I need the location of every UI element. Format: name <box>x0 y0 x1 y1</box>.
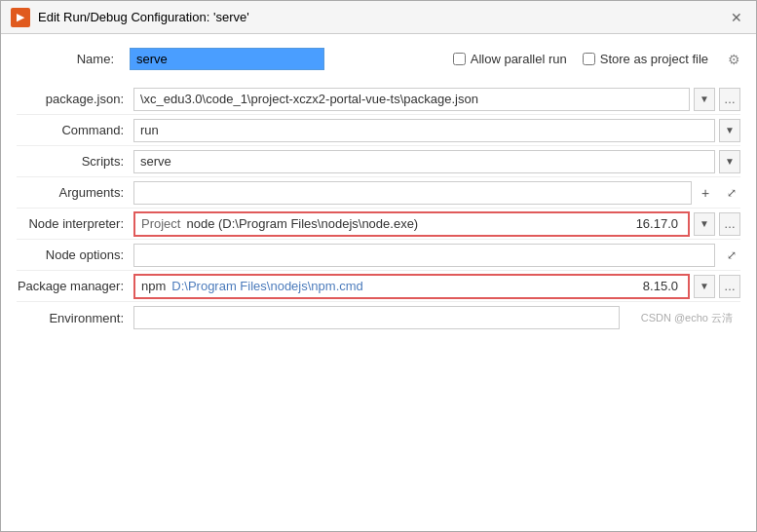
allow-parallel-label: Allow parallel run <box>471 52 567 66</box>
name-input[interactable] <box>130 48 324 70</box>
ellipsis-icon: … <box>724 93 736 106</box>
title-bar: ▶ Edit Run/Debug Configuration: 'serve' … <box>1 1 756 34</box>
package-manager-label: Package manager: <box>17 273 133 299</box>
command-input[interactable]: run <box>133 119 715 142</box>
environment-row: Environment: CSDN @echo 云清 <box>17 302 740 333</box>
scripts-dropdown-btn[interactable]: ▼ <box>719 150 740 173</box>
package-manager-prefix: npm <box>141 279 166 293</box>
command-text: run <box>140 123 159 137</box>
package-json-dropdown-btn[interactable]: ▼ <box>694 88 715 111</box>
command-value: run ▼ <box>133 119 740 142</box>
command-dropdown-arrow: ▼ <box>725 125 735 135</box>
node-dropdown-arrow: ▼ <box>700 218 709 229</box>
node-interpreter-path: node (D:\Program Files\nodejs\node.exe) <box>186 216 418 231</box>
gear-icon[interactable]: ⚙ <box>728 52 740 67</box>
title-bar-left: ▶ Edit Run/Debug Configuration: 'serve' <box>11 8 249 27</box>
node-options-input[interactable] <box>133 244 715 267</box>
package-manager-version: 8.15.0 <box>643 279 682 293</box>
node-options-value: ⤢ <box>133 244 740 267</box>
dialog-title: Edit Run/Debug Configuration: 'serve' <box>38 10 249 24</box>
package-json-label: package.json: <box>17 86 133 112</box>
package-manager-row: Package manager: npm D:\Program Files\no… <box>17 271 740 302</box>
scripts-dropdown-arrow: ▼ <box>725 156 735 167</box>
pm-ellipsis-icon: … <box>724 280 736 293</box>
environment-value: CSDN @echo 云清 <box>133 306 740 329</box>
add-icon: + <box>701 185 709 201</box>
allow-parallel-checkbox[interactable] <box>453 53 466 65</box>
command-container: run ▼ <box>133 119 740 142</box>
package-manager-ellipsis-btn[interactable]: … <box>719 275 740 298</box>
app-icon: ▶ <box>11 8 30 27</box>
checkboxes-group: Allow parallel run Store as project file… <box>453 52 740 67</box>
package-json-text: \xc_edu3.0\code_1\project-xczx2-portal-v… <box>140 92 478 106</box>
scripts-label: Scripts: <box>17 148 133 174</box>
node-interpreter-label: Node interpreter: <box>17 210 133 237</box>
package-json-ellipsis-btn[interactable]: … <box>719 88 740 111</box>
node-options-expand-btn[interactable]: ⤢ <box>723 247 740 264</box>
store-project-checkbox[interactable] <box>583 53 595 65</box>
node-ellipsis-icon: … <box>724 217 736 231</box>
node-interpreter-ellipsis-btn[interactable]: … <box>719 212 740 236</box>
node-options-row: Node options: ⤢ <box>17 240 740 271</box>
node-options-expand-icon: ⤢ <box>727 248 737 262</box>
node-options-container: ⤢ <box>133 244 740 267</box>
arguments-row: Arguments: + ⤢ <box>17 177 740 209</box>
pm-dropdown-arrow: ▼ <box>700 281 709 291</box>
close-button[interactable]: ✕ <box>727 8 746 27</box>
package-manager-dropdown-btn[interactable]: ▼ <box>694 275 715 298</box>
store-project-group: Store as project file <box>583 52 708 66</box>
package-manager-field[interactable]: npm D:\Program Files\nodejs\npm.cmd 8.15… <box>133 274 690 299</box>
command-dropdown-btn[interactable]: ▼ <box>719 119 740 142</box>
arguments-input[interactable] <box>133 181 692 205</box>
package-manager-path: D:\Program Files\nodejs\npm.cmd <box>171 279 363 293</box>
scripts-row: Scripts: serve ▼ <box>17 146 740 177</box>
node-options-label: Node options: <box>17 242 133 268</box>
allow-parallel-group: Allow parallel run <box>453 52 567 66</box>
environment-input[interactable] <box>133 306 620 329</box>
app-icon-symbol: ▶ <box>17 12 24 22</box>
scripts-value: serve ▼ <box>133 150 740 173</box>
scripts-text: serve <box>140 154 171 169</box>
arguments-label: Arguments: <box>17 179 133 206</box>
dropdown-arrow-icon: ▼ <box>700 94 709 104</box>
name-label: Name: <box>17 52 114 66</box>
package-json-input[interactable]: \xc_edu3.0\code_1\project-xczx2-portal-v… <box>133 88 690 111</box>
node-interpreter-field[interactable]: Project node (D:\Program Files\nodejs\no… <box>133 211 690 237</box>
arguments-add-btn[interactable]: + <box>696 183 715 203</box>
node-interpreter-row: Node interpreter: Project node (D:\Progr… <box>17 209 740 240</box>
scripts-container: serve ▼ <box>133 150 740 173</box>
scripts-input[interactable]: serve <box>133 150 715 173</box>
package-json-value: \xc_edu3.0\code_1\project-xczx2-portal-v… <box>133 88 740 111</box>
command-label: Command: <box>17 117 133 143</box>
command-row: Command: run ▼ <box>17 115 740 146</box>
node-interpreter-prefix: Project <box>141 216 180 231</box>
dialog: ▶ Edit Run/Debug Configuration: 'serve' … <box>0 0 757 532</box>
arguments-container: + ⤢ <box>133 181 740 205</box>
node-interpreter-value: Project node (D:\Program Files\nodejs\no… <box>133 211 740 237</box>
expand-icon-symbol: ⤢ <box>727 186 737 200</box>
arguments-value: + ⤢ <box>133 181 740 205</box>
package-manager-value: npm D:\Program Files\nodejs\npm.cmd 8.15… <box>133 274 740 299</box>
environment-label: Environment: <box>17 305 133 331</box>
content-area: Name: Allow parallel run Store as projec… <box>1 34 756 531</box>
form-section: package.json: \xc_edu3.0\code_1\project-… <box>17 84 740 333</box>
name-row: Name: Allow parallel run Store as projec… <box>17 48 740 70</box>
package-json-row: package.json: \xc_edu3.0\code_1\project-… <box>17 84 740 115</box>
node-version: 16.17.0 <box>636 216 682 231</box>
node-interpreter-dropdown-btn[interactable]: ▼ <box>694 212 715 236</box>
store-project-label: Store as project file <box>600 52 708 66</box>
watermark: CSDN @echo 云清 <box>624 309 740 327</box>
package-json-container: \xc_edu3.0\code_1\project-xczx2-portal-v… <box>133 88 740 111</box>
arguments-expand-btn[interactable]: ⤢ <box>723 184 740 202</box>
